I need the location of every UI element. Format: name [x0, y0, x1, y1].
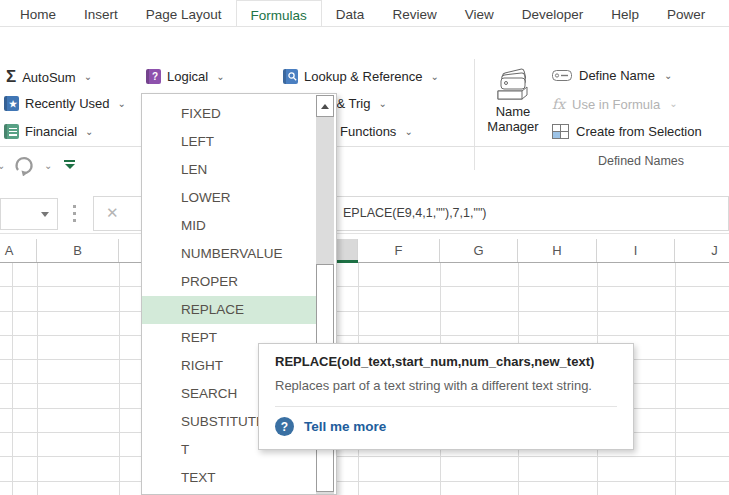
- autosum-label: AutoSum: [22, 70, 75, 85]
- define-name-button[interactable]: Define Name ⌄: [552, 68, 672, 83]
- name-tag-icon: [552, 69, 572, 82]
- tooltip-divider: [275, 406, 617, 407]
- autosum-button[interactable]: Σ AutoSum ⌄: [6, 69, 92, 85]
- more-functions-label: Functions: [340, 124, 396, 139]
- column-header-g[interactable]: G: [440, 239, 518, 262]
- tooltip-description: Replaces part of a text string with a di…: [275, 377, 623, 395]
- cancel-formula-icon[interactable]: ✕: [106, 204, 119, 222]
- star-icon: ★: [4, 96, 19, 111]
- create-from-selection-button[interactable]: Create from Selection: [552, 124, 702, 139]
- financial-icon: [4, 124, 19, 139]
- undo-dropdown-chevron-icon[interactable]: ⌄: [0, 160, 5, 171]
- name-manager-label-line2: Manager: [484, 119, 542, 134]
- excel-window: Home Insert Page Layout Formulas Data Re…: [0, 0, 729, 495]
- logical-icon: ?: [146, 69, 161, 84]
- ribbon: Σ AutoSum ⌄ ? Logical ⌄ Lookup & Referen…: [0, 27, 729, 147]
- column-header-f[interactable]: F: [358, 239, 440, 262]
- recently-used-label: Recently Used: [25, 96, 110, 111]
- use-in-formula-label: Use in Formula: [572, 97, 660, 112]
- logical-label: Logical: [167, 69, 208, 84]
- chevron-down-icon: ⌄: [669, 99, 677, 109]
- tell-me-more-link[interactable]: Tell me more: [304, 419, 386, 434]
- create-from-selection-label: Create from Selection: [576, 124, 702, 139]
- name-manager-icon: [494, 65, 532, 101]
- gridline: [675, 263, 676, 495]
- tab-power[interactable]: Power: [653, 0, 719, 26]
- chevron-down-icon: ⌄: [85, 127, 93, 137]
- formula-bar-drag-handle[interactable]: [73, 205, 76, 226]
- name-box-dropdown-icon[interactable]: [41, 212, 49, 217]
- more-functions-button[interactable]: Functions ⌄: [340, 124, 413, 139]
- customize-quick-access-toolbar-icon[interactable]: [64, 160, 75, 169]
- ribbon-group-divider: [474, 59, 475, 170]
- chevron-down-icon: ⌄: [118, 99, 126, 109]
- financial-button[interactable]: Financial ⌄: [4, 124, 93, 139]
- financial-label: Financial: [25, 124, 77, 139]
- name-manager-button[interactable]: Name Manager: [484, 65, 542, 134]
- tab-review[interactable]: Review: [378, 0, 450, 26]
- gridline: [119, 263, 120, 495]
- tab-help[interactable]: Help: [597, 0, 653, 26]
- dropdown-item-left[interactable]: LEFT: [142, 128, 318, 156]
- sigma-icon: Σ: [6, 69, 16, 85]
- gridline: [12, 263, 13, 495]
- help-icon: ?: [275, 417, 294, 436]
- logical-button[interactable]: ? Logical ⌄: [146, 69, 225, 84]
- magnifier-icon: [283, 69, 298, 84]
- tab-insert[interactable]: Insert: [70, 0, 132, 26]
- ribbon-tab-bar: Home Insert Page Layout Formulas Data Re…: [0, 0, 729, 27]
- fx-icon: fx: [552, 96, 565, 112]
- create-from-selection-icon: [552, 124, 569, 139]
- dropdown-item-text[interactable]: TEXT: [142, 464, 318, 492]
- tab-developer[interactable]: Developer: [508, 0, 598, 26]
- dropdown-item-mid[interactable]: MID: [142, 212, 318, 240]
- chevron-down-icon: ⌄: [216, 72, 224, 82]
- chevron-down-icon: ⌄: [664, 71, 672, 81]
- use-in-formula-button: fx Use in Formula ⌄: [552, 96, 678, 112]
- function-tooltip: REPLACE(old_text,start_num,num_chars,new…: [258, 343, 634, 450]
- defined-names-group-label: Defined Names: [551, 154, 729, 168]
- up-arrow-icon: [321, 104, 329, 109]
- tab-home[interactable]: Home: [6, 0, 70, 26]
- column-header-j[interactable]: J: [675, 239, 729, 262]
- name-manager-label-line1: Name: [484, 104, 542, 119]
- gridline: [37, 263, 38, 495]
- chevron-down-icon: ⌄: [404, 127, 412, 137]
- tab-formulas[interactable]: Formulas: [236, 0, 322, 26]
- formula-text: EPLACE(E9,4,1,""),7,1,""): [343, 206, 487, 220]
- scrollbar-up-button[interactable]: [316, 95, 334, 117]
- dropdown-item-replace[interactable]: REPLACE: [142, 296, 318, 324]
- redo-dropdown-chevron-icon[interactable]: ⌄: [44, 160, 52, 171]
- ribbon-bottom-border: [0, 146, 729, 147]
- tooltip-title: REPLACE(old_text,start_num,num_chars,new…: [275, 354, 617, 369]
- chevron-down-icon: ⌄: [84, 72, 92, 82]
- chevron-down-icon: ⌄: [431, 72, 439, 82]
- define-name-label: Define Name: [579, 68, 655, 83]
- chevron-down-icon: ⌄: [378, 99, 386, 109]
- dropdown-item-fixed[interactable]: FIXED: [142, 100, 318, 128]
- column-header-b[interactable]: B: [37, 239, 119, 262]
- tab-view[interactable]: View: [451, 0, 508, 26]
- name-box[interactable]: [0, 198, 58, 230]
- tab-page-layout[interactable]: Page Layout: [132, 0, 236, 26]
- lookup-reference-button[interactable]: Lookup & Reference ⌄: [283, 69, 439, 84]
- column-header-h[interactable]: H: [518, 239, 597, 262]
- dropdown-item-numbervalue[interactable]: NUMBERVALUE: [142, 240, 318, 268]
- recently-used-button[interactable]: ★ Recently Used ⌄: [4, 96, 126, 111]
- column-header-i[interactable]: I: [597, 239, 675, 262]
- tab-data[interactable]: Data: [322, 0, 379, 26]
- column-header-a[interactable]: A: [0, 239, 37, 262]
- dropdown-item-len[interactable]: LEN: [142, 156, 318, 184]
- dropdown-item-lower[interactable]: LOWER: [142, 184, 318, 212]
- redo-icon[interactable]: [14, 156, 36, 176]
- lookup-reference-label: Lookup & Reference: [304, 69, 423, 84]
- formula-strip-border: [0, 233, 729, 234]
- dropdown-item-proper[interactable]: PROPER: [142, 268, 318, 296]
